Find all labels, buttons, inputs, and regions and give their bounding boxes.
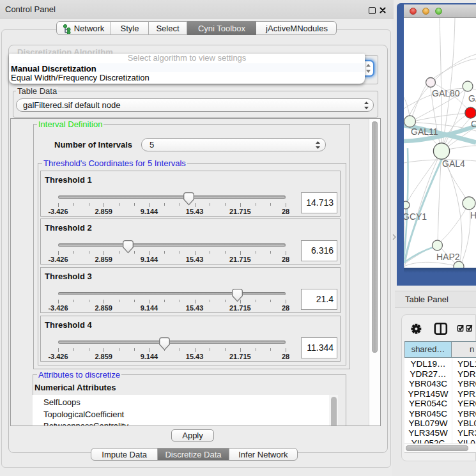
svg-text:GAL4: GAL4	[442, 158, 465, 169]
svg-text:H: H	[470, 210, 476, 220]
svg-text:HAP2: HAP2	[436, 252, 460, 262]
svg-text:GAL11: GAL11	[411, 127, 438, 137]
svg-text:GA: GA	[468, 93, 476, 104]
svg-text:CY: CY	[471, 119, 476, 129]
svg-text:GCY1: GCY1	[404, 211, 427, 222]
svg-text:GAL80: GAL80	[432, 88, 460, 98]
